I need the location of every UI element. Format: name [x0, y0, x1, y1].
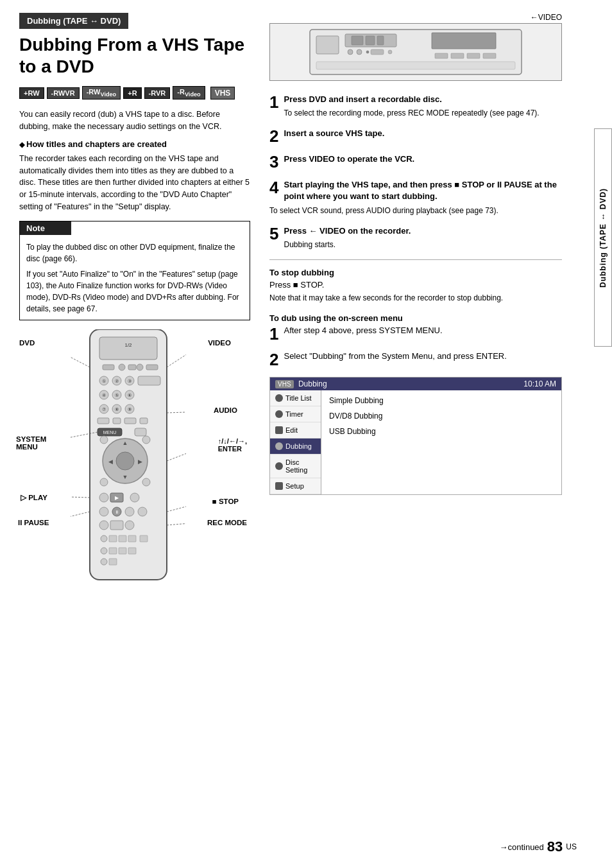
- menu-header-left: VHS Dubbing: [275, 379, 327, 388]
- note-line-1: To play the dubbed disc on other DVD equ…: [26, 241, 243, 265]
- stop-dubbing-sub: Note that it may take a few seconds for …: [269, 292, 562, 304]
- svg-rect-90: [467, 53, 480, 58]
- sidebar-item-titlelist[interactable]: Title List: [270, 390, 321, 406]
- step-4-number: 4: [269, 179, 278, 196]
- svg-text:⑨: ⑨: [128, 407, 132, 412]
- label-play: ▷ PLAY: [21, 493, 47, 502]
- svg-text:③: ③: [128, 379, 132, 383]
- badge-rwvr: -RWVR: [47, 87, 80, 99]
- svg-text:⏸: ⏸: [115, 510, 119, 514]
- disc-icon: [275, 394, 283, 402]
- svg-rect-63: [119, 548, 126, 554]
- dub-menu-step-2-num: 2: [269, 351, 278, 368]
- step-1: 1 Press DVD and insert a recordable disc…: [269, 94, 562, 119]
- svg-rect-87: [432, 33, 496, 49]
- svg-point-47: [130, 493, 139, 502]
- svg-text:▲: ▲: [123, 440, 128, 446]
- side-tab: Dubbing (TAPE ↔ DVD): [594, 128, 612, 347]
- dub-menu-step-1-num: 1: [269, 326, 278, 342]
- svg-point-61: [101, 548, 107, 554]
- svg-rect-59: [128, 535, 136, 542]
- menu-item-simple-dubbing[interactable]: Simple Dubbing: [321, 393, 561, 408]
- svg-text:▶: ▶: [138, 458, 142, 465]
- note-line-2: If you set "Auto Finalize" to "On" in th…: [26, 268, 243, 315]
- svg-point-51: [125, 507, 134, 516]
- svg-rect-62: [109, 548, 117, 554]
- device-diagram-container: ←VIDEO: [269, 13, 562, 81]
- svg-text:①: ①: [102, 379, 106, 383]
- step-3: 3 Press VIDEO to operate the VCR.: [269, 153, 562, 170]
- dub-menu-step-1-text: After step 4 above, press SYSTEM MENU.: [284, 326, 442, 335]
- dub-menu-section: To dub using the on-screen menu 1 After …: [269, 313, 562, 368]
- header-banner: Dubbing (TAPE ↔ DVD): [19, 13, 128, 29]
- label-stop: ■ STOP: [212, 498, 239, 505]
- dub-menu-step-2: 2 Select "Dubbing" from the System Menu,…: [269, 351, 562, 368]
- svg-point-56: [101, 535, 107, 542]
- svg-text:▶: ▶: [115, 495, 119, 501]
- step-1-text: Press DVD and insert a recordable disc.: [284, 94, 441, 104]
- stop-dubbing-title: To stop dubbing: [269, 268, 562, 277]
- menu-item-dvd8-dubbing[interactable]: DV/D8 Dubbing: [321, 408, 561, 424]
- svg-point-4: [119, 364, 125, 370]
- note-content: To play the dubbed disc on other DVD equ…: [20, 239, 250, 320]
- svg-text:④: ④: [102, 393, 106, 397]
- note-title: Note: [20, 221, 71, 235]
- sidebar-item-edit[interactable]: Edit: [270, 422, 321, 438]
- svg-line-70: [167, 412, 186, 413]
- badge-rvr: -RVR: [144, 87, 171, 99]
- step-5: 5 Press ← VIDEO on the recorder. Dubbing…: [269, 225, 562, 250]
- svg-text:②: ②: [115, 379, 119, 383]
- dub-menu-step-2-text: Select "Dubbing" from the System Menu, a…: [284, 351, 506, 361]
- svg-line-68: [167, 342, 186, 367]
- stop-dubbing-text: Press ■ STOP.: [269, 280, 562, 290]
- svg-point-53: [99, 521, 108, 530]
- sidebar-item-discsetting[interactable]: Disc Setting: [270, 455, 321, 478]
- device-diagram: [269, 23, 562, 81]
- svg-rect-28: [113, 418, 121, 424]
- section-text-titles: The recorder takes each recording on the…: [19, 153, 250, 213]
- page-suffix: US: [566, 842, 577, 851]
- menu-title: Dubbing: [298, 379, 327, 388]
- step-2-text: Insert a source VHS tape.: [284, 128, 384, 138]
- svg-rect-7: [146, 365, 158, 370]
- badge-r: +R: [123, 87, 141, 99]
- menu-sidebar: Title List Timer Edit Dubbing: [270, 390, 321, 494]
- sidebar-item-setup[interactable]: Setup: [270, 478, 321, 494]
- sidebar-item-dubbing[interactable]: Dubbing: [270, 438, 321, 455]
- label-pause: II PAUSE: [18, 519, 49, 526]
- svg-point-6: [137, 364, 143, 370]
- label-system-menu: SYSTEM MENU: [16, 435, 46, 451]
- dub-menu-step-1: 1 After step 4 above, press SYSTEM MENU.: [269, 326, 562, 342]
- step-2-number: 2: [269, 128, 278, 144]
- svg-rect-1: [99, 337, 157, 360]
- svg-rect-5: [128, 365, 136, 370]
- label-audio: AUDIO: [214, 406, 237, 414]
- step-4-text: Start playing the VHS tape, and then pre…: [284, 180, 556, 201]
- label-video: VIDEO: [208, 339, 231, 347]
- menu-screenshot: VHS Dubbing 10:10 AM Title List: [269, 377, 562, 495]
- svg-rect-91: [483, 53, 496, 58]
- svg-rect-33: [135, 428, 146, 436]
- svg-point-42: [142, 436, 150, 444]
- svg-rect-77: [316, 36, 339, 54]
- sidebar-label-discsetting: Disc Setting: [285, 458, 316, 474]
- svg-text:1/2: 1/2: [124, 342, 132, 348]
- menu-item-usb-dubbing[interactable]: USB Dubbing: [321, 424, 561, 439]
- svg-text:⑦: ⑦: [102, 407, 106, 412]
- sidebar-label-edit: Edit: [285, 426, 298, 434]
- sidebar-label-dubbing: Dubbing: [285, 442, 312, 450]
- menu-time: 10:10 AM: [523, 379, 556, 388]
- svg-point-65: [101, 559, 107, 565]
- vhs-badge: VHS: [275, 380, 294, 388]
- svg-rect-29: [124, 418, 136, 424]
- svg-point-52: [138, 507, 147, 516]
- sidebar-item-timer[interactable]: Timer: [270, 406, 321, 422]
- svg-text:▼: ▼: [123, 474, 128, 480]
- svg-rect-30: [140, 418, 148, 424]
- step-4: 4 Start playing the VHS tape, and then p…: [269, 179, 562, 216]
- menu-body: Title List Timer Edit Dubbing: [270, 390, 561, 494]
- step-5-text: Press ← VIDEO on the recorder.: [284, 226, 411, 236]
- svg-point-55: [125, 521, 134, 530]
- svg-rect-58: [119, 535, 126, 542]
- label-recmode: REC MODE: [207, 519, 247, 526]
